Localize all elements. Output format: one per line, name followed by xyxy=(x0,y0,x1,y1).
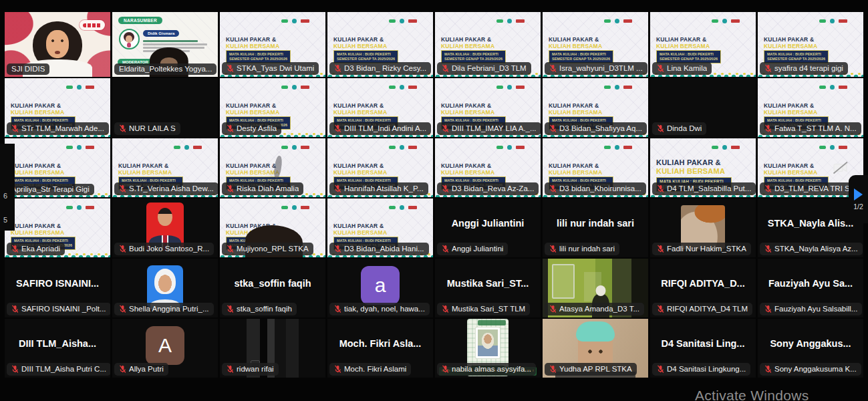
participant-tile-33[interactable]: KULIAH PAKAR & KULIAH BERSAMA MATA KULIA… xyxy=(5,259,110,317)
participant-tile-9[interactable]: KULIAH PAKAR & KULIAH BERSAMA MATA KULIA… xyxy=(5,78,110,137)
teal-logo-icon xyxy=(400,205,404,210)
mic-muted-icon xyxy=(334,364,341,374)
participant-tile-11[interactable]: KULIAH PAKAR & KULIAH BERSAMA MATA KULIA… xyxy=(220,78,325,137)
participant-tile-39[interactable]: KULIAH PAKAR & KULIAH BERSAMA MATA KULIA… xyxy=(650,259,756,317)
participant-tile-40[interactable]: KULIAH PAKAR & KULIAH BERSAMA MATA KULIA… xyxy=(758,259,863,317)
participant-name-text: Yudha AP RPL STKA xyxy=(559,365,632,373)
participant-name-text: syafira d4 terapi gigi xyxy=(774,64,843,72)
slide-title-line1: KULIAH PAKAR & xyxy=(11,223,61,229)
participant-tile-7[interactable]: KULIAH PAKAR & KULIAH BERSAMA MATA KULIA… xyxy=(650,12,756,77)
green-logo-icon xyxy=(281,146,288,149)
slide-title-line1: KULIAH PAKAR & xyxy=(333,102,384,109)
participant-tile-47[interactable]: KULIAH PAKAR & KULIAH BERSAMA MATA KULIA… xyxy=(650,319,756,378)
participant-tile-23[interactable]: KULIAH PAKAR & KULIAH BERSAMA MATA KULIA… xyxy=(650,138,756,197)
participant-tile-17[interactable]: KULIAH PAKAR & KULIAH BERSAMA MATA KULIA… xyxy=(5,138,110,197)
participant-tile-14[interactable]: KULIAH PAKAR & KULIAH BERSAMA MATA KULIA… xyxy=(543,78,648,137)
participant-tile-20[interactable]: KULIAH PAKAR & KULIAH BERSAMA MATA KULIA… xyxy=(327,138,433,197)
mic-muted-icon xyxy=(334,184,341,193)
mic-muted-icon xyxy=(549,184,557,193)
participant-tile-48[interactable]: KULIAH PAKAR & KULIAH BERSAMA MATA KULIA… xyxy=(758,319,863,378)
participant-tile-43[interactable]: KULIAH PAKAR & KULIAH BERSAMA MATA KULIA… xyxy=(220,319,325,378)
display-name-text: D4 Sanitasi Ling... xyxy=(662,338,745,349)
green-logo-icon xyxy=(819,19,826,23)
next-page-button[interactable]: 1/2 xyxy=(849,175,868,223)
participant-name-label: nabila almas asysyifa... xyxy=(437,363,536,376)
participant-tile-26[interactable]: KULIAH PAKAR & KULIAH BERSAMA MATA KULIA… xyxy=(112,198,218,257)
participant-tile-32[interactable]: KULIAH PAKAR & KULIAH BERSAMA MATA KULIA… xyxy=(758,198,863,257)
display-name-text: RIFQI ADITYA_D... xyxy=(661,278,744,289)
mic-muted-icon xyxy=(334,244,341,253)
participant-name-text: STKA_Tyas Dwi Utami xyxy=(237,64,314,72)
participant-tile-36[interactable]: KULIAH PAKAR & KULIAH BERSAMA MATA KULIA… xyxy=(327,259,433,317)
participant-tile-46[interactable]: KULIAH PAKAR & KULIAH BERSAMA MATA KULIA… xyxy=(543,319,648,378)
participant-name-label: S.Tr_Verina Aisha Dew... xyxy=(114,182,218,195)
avatar-letter: a xyxy=(375,274,386,297)
participant-tile-35[interactable]: KULIAH PAKAR & KULIAH BERSAMA MATA KULIA… xyxy=(220,259,325,317)
participant-name-label: lili nur indah sari xyxy=(545,243,619,255)
participant-tile-1[interactable]: KULIAH PAKAR & KULIAH BERSAMA MATA KULIA… xyxy=(5,12,110,77)
display-name-text: Moch. Fikri Asla... xyxy=(339,338,422,349)
green-logo-icon xyxy=(604,86,611,89)
participant-tile-34[interactable]: KULIAH PAKAR & KULIAH BERSAMA MATA KULIA… xyxy=(112,259,218,317)
participant-tile-38[interactable]: KULIAH PAKAR & KULIAH BERSAMA MATA KULIA… xyxy=(543,259,648,317)
participant-tile-28[interactable]: KULIAH PAKAR & KULIAH BERSAMA MATA KULIA… xyxy=(327,198,433,257)
participant-name-label: Isra_wahyuni_D3TLM ... xyxy=(545,62,647,75)
green-logo-icon xyxy=(281,206,288,209)
participant-tile-5[interactable]: KULIAH PAKAR & KULIAH BERSAMA MATA KULIA… xyxy=(435,12,541,77)
participant-tile-22[interactable]: KULIAH PAKAR & KULIAH BERSAMA MATA KULIA… xyxy=(543,138,648,197)
participant-tile-18[interactable]: KULIAH PAKAR & KULIAH BERSAMA MATA KULIA… xyxy=(112,138,218,197)
participant-tile-16[interactable]: KULIAH PAKAR & KULIAH BERSAMA MATA KULIA… xyxy=(758,78,863,137)
participant-name-text: Sony Anggakusuma K... xyxy=(774,365,857,373)
slide-title-line1: KULIAH PAKAR & xyxy=(549,162,599,169)
participant-tile-15[interactable]: KULIAH PAKAR & KULIAH BERSAMA MATA KULIA… xyxy=(650,78,756,137)
participant-name-label: Allya Putri xyxy=(114,363,168,376)
slide-course-line2: SEMESTER GENAP TA 2025/2026 xyxy=(552,57,610,61)
teal-logo-icon xyxy=(400,85,404,90)
participant-tile-24[interactable]: KULIAH PAKAR & KULIAH BERSAMA MATA KULIA… xyxy=(758,138,863,197)
participant-tile-2[interactable]: KULIAH PAKAR & KULIAH BERSAMA MATA KULIA… xyxy=(112,12,218,77)
mic-muted-icon xyxy=(442,124,449,133)
participant-tile-45[interactable]: KULIAH PAKAR & KULIAH BERSAMA MATA KULIA… xyxy=(435,319,541,378)
green-logo-icon xyxy=(66,206,73,209)
participant-tile-12[interactable]: KULIAH PAKAR & KULIAH BERSAMA MATA KULIA… xyxy=(327,78,433,137)
display-name-text: Fauziyah Ayu Sa... xyxy=(768,278,853,289)
participant-tile-10[interactable]: KULIAH PAKAR & KULIAH BERSAMA MATA KULIA… xyxy=(112,78,218,137)
participant-tile-30[interactable]: KULIAH PAKAR & KULIAH BERSAMA MATA KULIA… xyxy=(543,198,648,257)
teal-logo-icon xyxy=(400,145,404,150)
participant-tile-3[interactable]: KULIAH PAKAR & KULIAH BERSAMA MATA KULIA… xyxy=(220,12,325,77)
participant-tile-6[interactable]: KULIAH PAKAR & KULIAH BERSAMA MATA KULIA… xyxy=(543,12,648,77)
mic-muted-icon xyxy=(657,63,664,73)
participant-tile-25[interactable]: KULIAH PAKAR & KULIAH BERSAMA MATA KULIA… xyxy=(5,198,110,257)
slide-course-line1: MATA KULIAH : BUDI PEKERTI xyxy=(767,52,825,57)
participant-tile-42[interactable]: KULIAH PAKAR & KULIAH BERSAMA MATA KULIA… xyxy=(112,319,218,378)
activate-windows-watermark: Activate Windows xyxy=(695,388,809,401)
participant-name-text: Isra_wahyuni_D3TLM ... xyxy=(559,64,643,72)
mic-muted-icon xyxy=(334,124,341,133)
participant-tile-29[interactable]: KULIAH PAKAR & KULIAH BERSAMA MATA KULIA… xyxy=(435,198,541,257)
participant-tile-37[interactable]: KULIAH PAKAR & KULIAH BERSAMA MATA KULIA… xyxy=(435,259,541,317)
slide-course-line1: MATA KULIAH : BUDI PEKERTI xyxy=(552,52,610,57)
display-name-text: stka_soffin faqih xyxy=(234,278,311,289)
mic-muted-icon xyxy=(119,124,126,133)
participant-tile-41[interactable]: KULIAH PAKAR & KULIAH BERSAMA MATA KULIA… xyxy=(5,319,110,378)
slide-title-line2: KULIAH BERSAMA xyxy=(549,109,602,116)
participant-tile-44[interactable]: KULIAH PAKAR & KULIAH BERSAMA MATA KULIA… xyxy=(327,319,433,378)
partner-logos xyxy=(389,145,417,150)
teal-logo-icon xyxy=(507,19,512,23)
participant-name-label: STr TLM_Marwah Ade... xyxy=(7,122,109,135)
participant-tile-27[interactable]: KULIAH PAKAR & KULIAH BERSAMA MATA KULIA… xyxy=(220,198,325,257)
slide-title-line1: KULIAH PAKAR & xyxy=(764,162,814,169)
participant-tile-19[interactable]: KULIAH PAKAR & KULIAH BERSAMA MATA KULIA… xyxy=(220,138,325,197)
participant-tile-4[interactable]: KULIAH PAKAR & KULIAH BERSAMA MATA KULIA… xyxy=(327,12,433,77)
participant-tile-31[interactable]: KULIAH PAKAR & KULIAH BERSAMA MATA KULIA… xyxy=(650,198,756,257)
participant-tile-8[interactable]: KULIAH PAKAR & KULIAH BERSAMA MATA KULIA… xyxy=(758,12,863,77)
mic-muted-icon xyxy=(11,244,19,253)
participant-name-text: Apriliya_Str Terapi Gigi xyxy=(11,185,90,193)
participant-tile-13[interactable]: KULIAH PAKAR & KULIAH BERSAMA MATA KULIA… xyxy=(435,78,541,137)
participant-name-label: SAFIRO ISNAINI _Polt... xyxy=(7,303,110,315)
participant-tile-21[interactable]: KULIAH PAKAR & KULIAH BERSAMA MATA KULIA… xyxy=(435,138,541,197)
slide-course-box: MATA KULIAH : BUDI PEKERTI SEMESTER GENA… xyxy=(764,50,829,63)
green-logo-icon xyxy=(281,19,288,23)
participant-name-label: ridwan rifai xyxy=(222,363,279,376)
green-logo-icon xyxy=(604,19,611,23)
